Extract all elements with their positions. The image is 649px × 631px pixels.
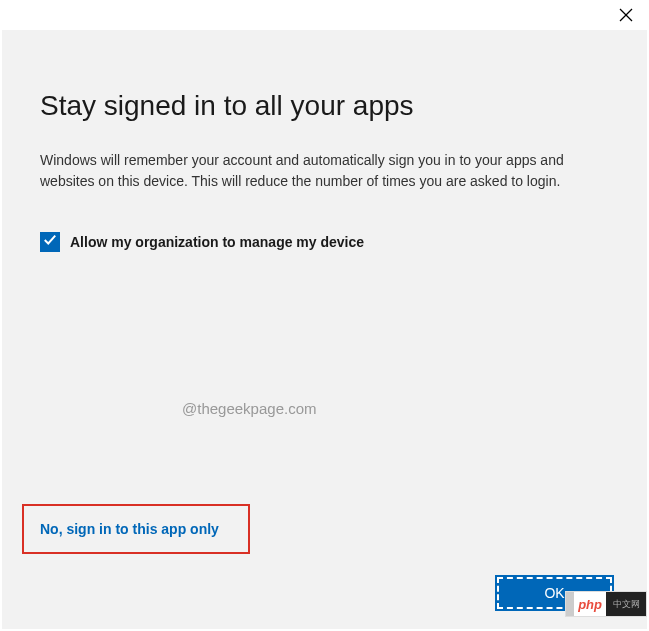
badge-right-text: 中文网 [606, 592, 646, 616]
manage-device-checkbox[interactable] [40, 232, 60, 252]
dialog-title: Stay signed in to all your apps [40, 90, 609, 122]
badge-php-text: php [578, 597, 602, 612]
watermark-text: @thegeekpage.com [182, 400, 316, 417]
checkmark-icon [43, 233, 57, 251]
signin-dialog: Stay signed in to all your apps Windows … [2, 30, 647, 629]
sign-in-app-only-link[interactable]: No, sign in to this app only [40, 521, 219, 537]
php-badge: php 中文网 [565, 591, 647, 617]
manage-device-checkbox-label: Allow my organization to manage my devic… [70, 234, 364, 250]
close-button[interactable] [619, 8, 633, 26]
close-icon [619, 8, 633, 25]
app-only-link-highlight: No, sign in to this app only [22, 504, 250, 554]
badge-left-bar [566, 592, 574, 616]
dialog-description: Windows will remember your account and a… [40, 150, 609, 192]
manage-device-checkbox-row[interactable]: Allow my organization to manage my devic… [40, 232, 609, 252]
badge-middle: php [574, 592, 606, 616]
